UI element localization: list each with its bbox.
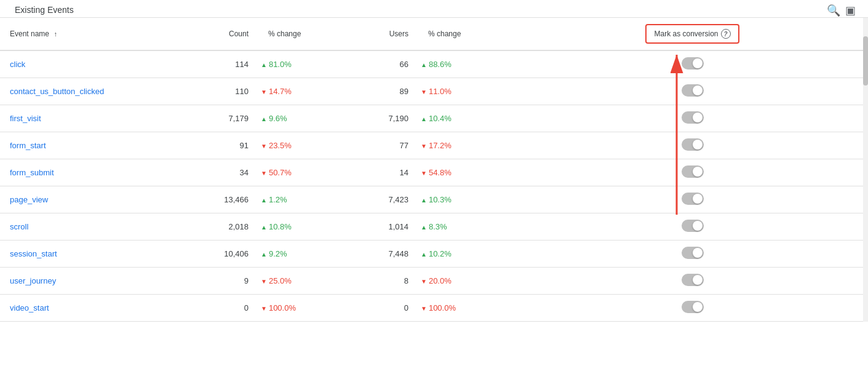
conversion-toggle-cell — [517, 186, 868, 213]
users-pct-cell: ▼100.0% — [418, 295, 517, 322]
users-pct-cell: ▼11.0% — [418, 78, 517, 105]
conversion-toggle-cell — [517, 50, 868, 78]
search-icon[interactable]: 🔍 — [827, 4, 840, 17]
users-cell: 7,423 — [357, 186, 418, 213]
th-mark-as-conversion: Mark as conversion ? — [517, 18, 868, 50]
conversion-toggle-cell — [517, 105, 868, 132]
event-name-cell[interactable]: contact_us_button_clicked — [0, 78, 197, 105]
count-cell: 9 — [197, 268, 258, 295]
count-pct-cell: ▲10.8% — [258, 213, 357, 241]
conversion-toggle[interactable] — [682, 57, 704, 70]
count-pct-cell: ▼25.0% — [258, 268, 357, 295]
table-row: session_start 10,406 ▲9.2% 7,448 ▲10.2% — [0, 241, 868, 268]
event-name-cell[interactable]: session_start — [0, 241, 197, 268]
count-pct-cell: ▼23.5% — [258, 132, 357, 159]
users-pct-cell: ▲88.6% — [418, 50, 517, 78]
users-cell: 66 — [357, 50, 418, 78]
conversion-toggle[interactable] — [682, 247, 704, 259]
users-cell: 7,190 — [357, 105, 418, 132]
count-pct-cell: ▼50.7% — [258, 159, 357, 186]
table-row: form_submit 34 ▼50.7% 14 ▼54.8% — [0, 159, 868, 186]
conversion-toggle-cell — [517, 159, 868, 186]
count-cell: 34 — [197, 159, 258, 186]
count-cell: 91 — [197, 132, 258, 159]
conversion-toggle[interactable] — [682, 84, 704, 97]
conversion-toggle-cell — [517, 132, 868, 159]
count-pct-cell: ▲81.0% — [258, 50, 357, 78]
info-icon[interactable]: ? — [721, 29, 731, 39]
table-row: user_journey 9 ▼25.0% 8 ▼20.0% — [0, 268, 868, 295]
users-cell: 8 — [357, 268, 418, 295]
event-name-cell[interactable]: user_journey — [0, 268, 197, 295]
th-count-pct[interactable]: % change — [258, 18, 357, 50]
conversion-toggle[interactable] — [682, 111, 704, 124]
count-pct-cell: ▲9.6% — [258, 105, 357, 132]
event-name-cell[interactable]: form_start — [0, 132, 197, 159]
th-count[interactable]: Count — [197, 18, 258, 50]
users-cell: 0 — [357, 295, 418, 322]
users-pct-cell: ▼17.2% — [418, 132, 517, 159]
table-row: form_start 91 ▼23.5% 77 ▼17.2% — [0, 132, 868, 159]
mark-as-conversion-label: Mark as conversion ? — [645, 24, 739, 44]
th-users[interactable]: Users — [357, 18, 418, 50]
users-pct-cell: ▲10.3% — [418, 186, 517, 213]
event-name-cell[interactable]: first_visit — [0, 105, 197, 132]
conversion-toggle-cell — [517, 268, 868, 295]
users-cell: 1,014 — [357, 213, 418, 241]
conversion-toggle[interactable] — [682, 274, 704, 286]
count-cell: 13,466 — [197, 186, 258, 213]
table-row: click 114 ▲81.0% 66 ▲88.6% — [0, 50, 868, 78]
count-pct-cell: ▼100.0% — [258, 295, 357, 322]
conversion-toggle-cell — [517, 295, 868, 322]
count-cell: 10,406 — [197, 241, 258, 268]
event-name-cell[interactable]: scroll — [0, 213, 197, 241]
count-cell: 2,018 — [197, 213, 258, 241]
header-icons: 🔍 ▣ — [827, 4, 856, 17]
conversion-toggle[interactable] — [682, 138, 704, 151]
event-name-cell[interactable]: click — [0, 50, 197, 78]
page-header: Existing Events — [0, 0, 868, 18]
event-name-cell[interactable]: page_view — [0, 186, 197, 213]
count-pct-cell: ▲9.2% — [258, 241, 357, 268]
users-cell: 77 — [357, 132, 418, 159]
th-event-name[interactable]: Event name ↑ — [0, 18, 197, 50]
table-row: page_view 13,466 ▲1.2% 7,423 ▲10.3% — [0, 186, 868, 213]
users-cell: 14 — [357, 159, 418, 186]
users-pct-cell: ▲10.2% — [418, 241, 517, 268]
users-pct-cell: ▲8.3% — [418, 213, 517, 241]
count-cell: 7,179 — [197, 105, 258, 132]
count-pct-cell: ▼14.7% — [258, 78, 357, 105]
users-pct-cell: ▲10.4% — [418, 105, 517, 132]
users-cell: 89 — [357, 78, 418, 105]
count-cell: 110 — [197, 78, 258, 105]
table-row: scroll 2,018 ▲10.8% 1,014 ▲8.3% — [0, 213, 868, 241]
users-pct-cell: ▼54.8% — [418, 159, 517, 186]
conversion-toggle-cell — [517, 213, 868, 241]
table-row: first_visit 7,179 ▲9.6% 7,190 ▲10.4% — [0, 105, 868, 132]
conversion-toggle[interactable] — [682, 220, 704, 232]
scrollbar-thumb[interactable] — [863, 36, 868, 86]
users-cell: 7,448 — [357, 241, 418, 268]
th-users-pct[interactable]: % change — [418, 18, 517, 50]
event-name-cell[interactable]: video_start — [0, 295, 197, 322]
conversion-toggle-cell — [517, 78, 868, 105]
table-row: contact_us_button_clicked 110 ▼14.7% 89 … — [0, 78, 868, 105]
count-pct-cell: ▲1.2% — [258, 186, 357, 213]
count-cell: 114 — [197, 50, 258, 78]
conversion-toggle[interactable] — [682, 193, 704, 205]
sort-arrow-icon: ↑ — [54, 30, 57, 38]
count-cell: 0 — [197, 295, 258, 322]
conversion-toggle[interactable] — [682, 301, 704, 313]
conversion-toggle[interactable] — [682, 165, 704, 178]
table-container: Existing Events 🔍 ▣ Event name ↑ Count %… — [0, 0, 868, 322]
event-name-cell[interactable]: form_submit — [0, 159, 197, 186]
table-row: video_start 0 ▼100.0% 0 ▼100.0% — [0, 295, 868, 322]
scrollbar-track — [863, 18, 868, 322]
users-pct-cell: ▼20.0% — [418, 268, 517, 295]
conversion-toggle-cell — [517, 241, 868, 268]
export-icon[interactable]: ▣ — [845, 4, 856, 17]
